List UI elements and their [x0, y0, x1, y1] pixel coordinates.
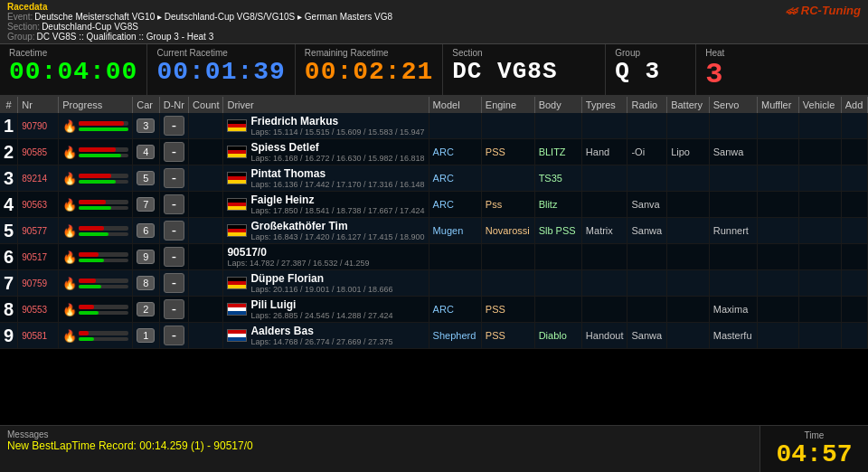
progress-cell: 🔥: [59, 270, 133, 297]
col-driver: Driver: [223, 97, 429, 113]
section-label: Section:: [7, 22, 40, 32]
minus-btn[interactable]: -: [164, 273, 184, 292]
engine-cell: [481, 113, 534, 139]
count-cell: [189, 323, 223, 349]
car-btn[interactable]: 3: [137, 118, 155, 133]
muffler-cell: [757, 244, 798, 270]
driver-cell: Faigle Heinz Laps: 17.850 / 18.541 / 18.…: [223, 192, 429, 218]
car-btn[interactable]: 6: [137, 223, 155, 238]
time-area: Time 04:57: [760, 426, 868, 472]
col-engine: Engine: [481, 97, 534, 113]
pos-cell: 1: [0, 113, 18, 139]
car-btn[interactable]: 1: [137, 328, 155, 343]
car-cell: 9: [133, 244, 160, 270]
table-row: 2 90585 🔥 4 -: [0, 139, 868, 165]
car-btn[interactable]: 7: [137, 197, 155, 212]
servo-cell: [709, 192, 757, 218]
nr-cell: 90790: [18, 113, 59, 139]
driver-cell: Pili Luigi Laps: 26.885 / 24.545 / 14.28…: [223, 297, 429, 323]
table-row: 6 90517 🔥 9 -: [0, 244, 868, 270]
nr-cell: 90581: [18, 323, 59, 349]
nr-cell: 90517: [18, 244, 59, 270]
car-btn[interactable]: 8: [137, 276, 155, 290]
pos-cell: 9: [0, 323, 18, 349]
typres-cell: [581, 113, 627, 139]
dnr-cell: -: [159, 323, 188, 349]
progress-cell: 🔥: [59, 244, 133, 270]
logo: 🏎 RC-Tuning: [786, 4, 861, 17]
engine-cell: [481, 270, 534, 297]
minus-btn[interactable]: -: [164, 299, 184, 318]
section-value: Deutschland-Cup VG8S: [42, 22, 138, 32]
count-cell: [189, 297, 223, 323]
remaining-label: Remaining Racetime: [305, 48, 433, 58]
vehicle-cell: [798, 165, 841, 192]
model-cell: Shepherd: [429, 323, 481, 349]
count-cell: [189, 139, 223, 165]
minus-btn[interactable]: -: [164, 194, 184, 213]
add-cell: [841, 139, 867, 165]
driver-cell: Großekathöfer Tim Laps: 16.843 / 17.420 …: [223, 218, 429, 244]
battery-cell: Lipo: [667, 139, 710, 165]
servo-cell: Sanwa: [709, 139, 757, 165]
col-progress: Progress: [59, 97, 133, 113]
pos-cell: 2: [0, 139, 18, 165]
minus-btn[interactable]: -: [164, 247, 184, 266]
radio-cell: -Oi: [627, 139, 667, 165]
servo-cell: [709, 113, 757, 139]
count-cell: [189, 113, 223, 139]
minus-btn[interactable]: -: [164, 168, 184, 187]
battery-cell: [667, 192, 710, 218]
car-btn[interactable]: 5: [137, 171, 155, 185]
minus-btn[interactable]: -: [164, 221, 184, 240]
group-timer-block: Group Q 3: [606, 44, 696, 95]
dnr-cell: -: [159, 139, 188, 165]
battery-cell: [667, 218, 710, 244]
minus-btn[interactable]: -: [164, 326, 184, 345]
col-body: Body: [534, 97, 581, 113]
add-cell: [841, 297, 867, 323]
section-timer-value: DC VG8S: [452, 58, 596, 85]
messages-area: Messages New BestLapTime Record: 00:14.2…: [0, 426, 760, 472]
remaining-block: Remaining Racetime 00:02:21: [296, 44, 443, 95]
group-value: DC VG8S :: Qualification :: Group 3 - He…: [37, 32, 214, 42]
muffler-cell: [757, 218, 798, 244]
servo-cell: [709, 165, 757, 192]
add-cell: [841, 113, 867, 139]
car-btn[interactable]: 9: [137, 250, 155, 264]
heat-timer-label: Heat: [705, 48, 741, 58]
add-cell: [841, 165, 867, 192]
count-cell: [189, 165, 223, 192]
table-row: 8 90553 🔥 2 -: [0, 297, 868, 323]
progress-cell: 🔥: [59, 113, 133, 139]
minus-btn[interactable]: -: [164, 116, 184, 135]
car-btn[interactable]: 4: [137, 145, 155, 159]
col-count: Count: [189, 97, 223, 113]
car-cell: 2: [133, 297, 160, 323]
model-cell: ARC: [429, 192, 481, 218]
car-btn[interactable]: 2: [137, 302, 155, 316]
model-cell: Mugen: [429, 218, 481, 244]
col-radio: Radio: [627, 97, 667, 113]
minus-btn[interactable]: -: [164, 142, 184, 161]
typres-cell: [581, 297, 627, 323]
servo-cell: [709, 270, 757, 297]
car-cell: 6: [133, 218, 160, 244]
driver-cell: 90517/0 Laps: 14.782 / 27.387 / 16.532 /…: [223, 244, 429, 270]
time-label: Time: [805, 430, 825, 440]
body-cell: [534, 297, 581, 323]
radio-cell: [627, 270, 667, 297]
muffler-cell: [757, 270, 798, 297]
model-cell: ARC: [429, 297, 481, 323]
nr-cell: 90563: [18, 192, 59, 218]
group-timer-value: Q 3: [615, 58, 686, 85]
model-cell: [429, 113, 481, 139]
model-cell: [429, 244, 481, 270]
table-row: 7 90759 🔥 8 -: [0, 270, 868, 297]
body-cell: [534, 113, 581, 139]
muffler-cell: [757, 165, 798, 192]
vehicle-cell: [798, 113, 841, 139]
racetime-label: Racetime: [9, 48, 137, 58]
table-row: 1 90790 🔥 3 -: [0, 113, 868, 139]
battery-cell: [667, 165, 710, 192]
